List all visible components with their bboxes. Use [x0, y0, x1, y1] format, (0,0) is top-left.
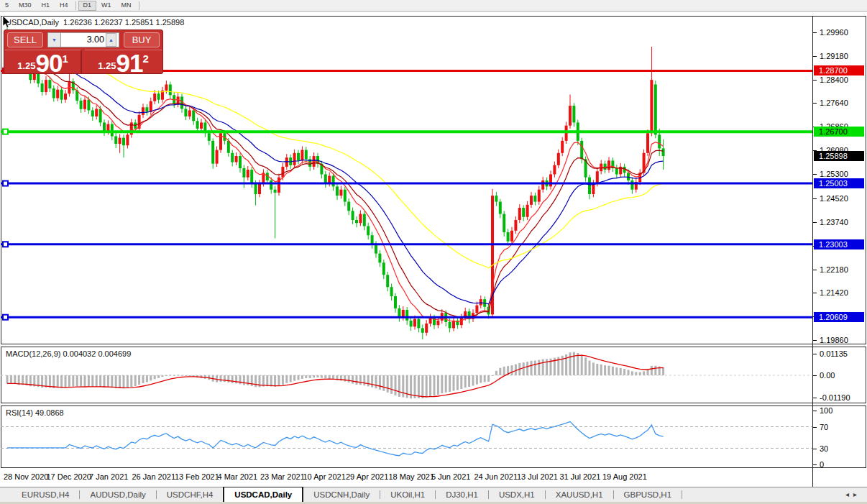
tab-usdcnh-daily[interactable]: USDCNH,Daily	[303, 487, 380, 502]
candle-body	[646, 133, 649, 153]
candle-body	[293, 153, 296, 165]
macd-bar	[484, 375, 486, 382]
price-tick-label: 1.29180	[820, 52, 848, 60]
macd-bar	[356, 375, 358, 385]
macd-bar	[480, 375, 482, 383]
tab-scroll-left-icon[interactable]: ◂	[845, 490, 853, 498]
price-tick-label: 1.21420	[820, 288, 848, 297]
candle-body	[297, 153, 300, 161]
candle-body	[285, 157, 288, 167]
date-label: 18 May 2021	[389, 472, 435, 481]
buy-price-display[interactable]: 1.25 91 2	[85, 50, 162, 74]
candle-body	[347, 202, 350, 211]
macd-bar	[162, 375, 164, 377]
period-button-mn[interactable]: MN	[116, 1, 137, 11]
macd-bar	[165, 375, 168, 376]
candle-body	[281, 167, 284, 178]
tab-scroll-right-icon[interactable]: ▸	[853, 490, 861, 498]
candle-body	[45, 80, 47, 92]
tab-xauusd-h1[interactable]: XAUUSD,H1	[546, 487, 613, 502]
macd-bar	[526, 362, 528, 375]
date-axis[interactable]: 28 Nov 202017 Dec 20207 Jan 202126 Jan 2…	[1, 469, 866, 487]
candle-body	[83, 100, 86, 109]
rsi-chart[interactable]	[1, 406, 812, 467]
sell-price-point: 1	[62, 52, 68, 65]
volume-up-icon[interactable]: ▲	[106, 33, 116, 47]
sell-button[interactable]: SELL	[7, 32, 43, 47]
macd-bar	[654, 366, 656, 375]
period-button-w1[interactable]: W1	[96, 1, 116, 11]
date-label: 26 Jan 2021	[132, 472, 176, 481]
macd-bar	[305, 375, 307, 378]
macd-bar	[402, 375, 404, 398]
macd-bar	[464, 375, 467, 388]
macd-bar	[352, 375, 354, 384]
tab-usdchf-h4[interactable]: USDCHF,H4	[157, 487, 224, 502]
macd-bar	[224, 375, 226, 382]
period-toolbar[interactable]: 5M30H1H4D1W1MN	[0, 0, 867, 12]
candle-body	[111, 124, 114, 137]
volume-input[interactable]: 3.00 ▲	[61, 32, 119, 47]
tab-usdcad-daily[interactable]: USDCAD,Daily	[223, 487, 303, 502]
macd-bar	[243, 375, 245, 385]
candle-body	[405, 310, 408, 321]
macd-bar	[418, 375, 420, 398]
buy-button[interactable]: BUY	[124, 32, 160, 47]
candle-body	[99, 109, 102, 122]
rsi-tick-label-tick	[813, 449, 817, 449]
candle-body	[375, 244, 377, 254]
tab-scroll-arrows[interactable]: ◂▸	[845, 490, 861, 498]
candle-body	[530, 196, 533, 205]
macd-bar	[220, 375, 222, 382]
candle-body	[64, 93, 67, 99]
period-button-h1[interactable]: H1	[37, 1, 55, 11]
level-price-box: 1.28700	[814, 65, 864, 75]
period-button-m30[interactable]: M30	[14, 1, 37, 11]
line-anchor-marker	[3, 181, 8, 186]
candle-body	[526, 205, 529, 217]
macd-bar	[68, 375, 70, 387]
macd-bar	[274, 375, 276, 387]
price-tick-label: 1.19860	[820, 336, 848, 344]
tab-eurusd-h4[interactable]: EURUSD,H4	[12, 487, 79, 502]
candle-body	[122, 138, 125, 146]
macd-bar	[270, 375, 272, 387]
macd-bar	[173, 375, 175, 376]
candle-body	[658, 134, 661, 148]
macd-bar	[395, 375, 397, 395]
macd-bar	[398, 375, 400, 397]
tab-ukoil-h1[interactable]: UKOil,H1	[380, 487, 435, 502]
macd-bar	[363, 375, 365, 385]
tab-gbpusd-h1[interactable]: GBPUSD,H1	[614, 487, 682, 502]
macd-bar	[10, 375, 12, 383]
date-label: 24 Jun 2021	[474, 472, 518, 481]
candle-body	[165, 84, 168, 90]
macd-bar	[251, 375, 253, 386]
macd-bar	[142, 375, 144, 383]
macd-bar	[134, 375, 137, 386]
macd-bar	[434, 375, 436, 395]
tab-usdx-h1[interactable]: USDX,H1	[489, 487, 545, 502]
price-tick-label: 1.22180	[820, 265, 848, 274]
chart-tab-bar[interactable]: EURUSD,H4AUDUSD,DailyUSDCHF,H4USDCAD,Dai…	[0, 487, 867, 502]
tab-dj30-h1[interactable]: DJ30,H1	[436, 487, 488, 502]
candle-body	[87, 100, 90, 111]
candle-body	[52, 88, 55, 98]
date-label: 29 Apr 2021	[346, 472, 388, 481]
period-button-d1[interactable]: D1	[78, 1, 97, 11]
macd-bar	[445, 375, 447, 393]
candle-body	[449, 322, 451, 328]
period-button-5[interactable]: 5	[0, 1, 14, 11]
period-button-h4[interactable]: H4	[55, 1, 73, 11]
volume-dropdown-icon[interactable]: ▼	[47, 32, 61, 47]
candle-body	[91, 110, 94, 116]
sell-price-display[interactable]: 1.25 90 1	[5, 50, 82, 74]
level-price-box: 1.20609	[814, 312, 864, 322]
tab-audusd-daily[interactable]: AUDUSD,Daily	[80, 487, 155, 502]
macd-bar	[503, 367, 505, 375]
candle-body	[592, 183, 595, 194]
macd-bar	[154, 375, 156, 379]
macd-bar	[577, 353, 579, 375]
macd-bar	[290, 375, 292, 382]
candle-body	[518, 208, 521, 220]
